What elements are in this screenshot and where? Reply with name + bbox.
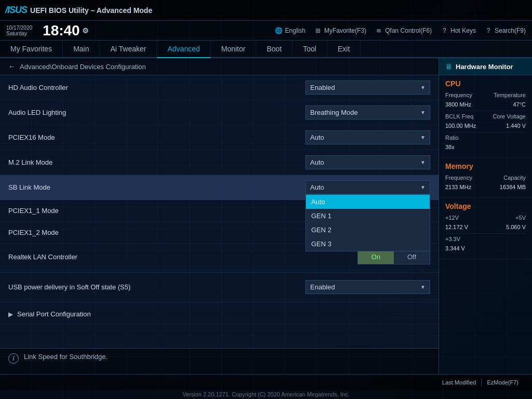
m2-link-dropdown[interactable]: Auto ▼ [305,155,430,169]
pciex16-value: Auto [310,134,324,141]
sb-link-dropdown-menu: Auto GEN 1 GEN 2 GEN 3 [305,194,430,251]
sb-link-dropdown[interactable]: Auto ▼ [305,180,430,194]
audio-led-dropdown[interactable]: Breathing Mode ▼ [305,105,430,119]
pciex16-dropdown-arrow: ▼ [420,135,425,140]
usb-power-control: Enabled ▼ [305,280,430,294]
sb-link-option-auto[interactable]: Auto [306,195,430,209]
sb-link-value: Auto [310,183,324,191]
m2-link-dropdown-arrow: ▼ [420,159,425,165]
audio-led-control: Breathing Mode ▼ [305,105,430,119]
hd-audio-value: Enabled [310,84,335,91]
sb-link-label: SB Link Mode [8,183,305,191]
sb-link-dropdown-arrow: ▼ [420,184,425,190]
usb-power-value: Enabled [310,283,335,291]
sb-link-row: SB Link Mode Auto ▼ Auto GEN 1 GEN 2 [0,175,438,200]
sb-link-option-gen2[interactable]: GEN 2 [306,223,430,237]
audio-led-value: Breathing Mode [310,109,358,116]
audio-led-dropdown-arrow: ▼ [420,110,425,115]
sb-link-option-gen1[interactable]: GEN 1 [306,209,430,223]
hd-audio-control: Enabled ▼ [305,81,430,95]
hd-audio-dropdown[interactable]: Enabled ▼ [305,81,430,95]
m2-link-value: Auto [310,158,324,166]
hd-audio-dropdown-arrow: ▼ [420,85,425,90]
pciex16-control: Auto ▼ [305,130,430,144]
sb-link-dropdown-wrapper: Auto ▼ Auto GEN 1 GEN 2 GEN 3 [305,180,430,194]
m2-link-control: Auto ▼ [305,155,430,169]
sb-link-option-gen3[interactable]: GEN 3 [306,237,430,251]
sb-link-control: Auto ▼ Auto GEN 1 GEN 2 GEN 3 [305,180,430,194]
pciex16-dropdown[interactable]: Auto ▼ [305,130,430,144]
usb-power-dropdown[interactable]: Enabled ▼ [305,280,430,294]
usb-power-dropdown-arrow: ▼ [420,284,425,290]
